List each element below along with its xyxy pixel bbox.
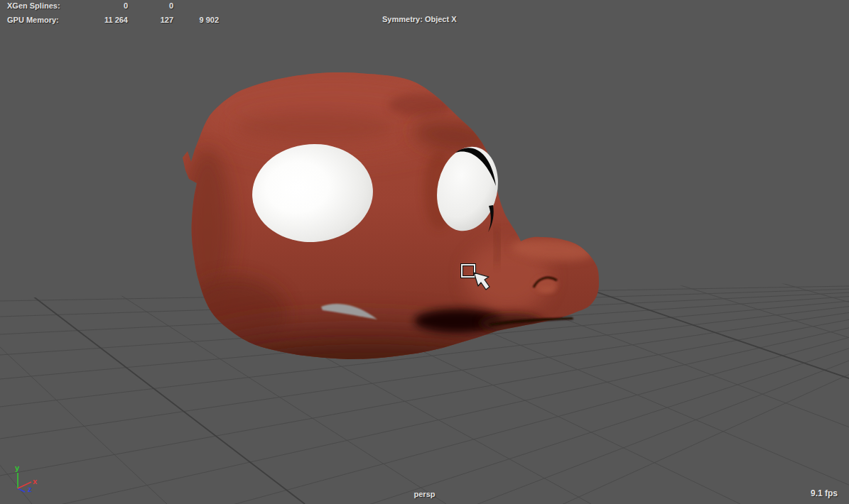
viewport-3d[interactable]: z y x XGen Splines: 0 0 GPU Memory: 11 2… bbox=[0, 0, 849, 504]
fps-counter: 9.1 fps bbox=[811, 489, 838, 498]
model-creature-head[interactable] bbox=[181, 67, 599, 389]
hud-symmetry-label: Symmetry: Object X bbox=[382, 15, 457, 23]
hud-xgen-value-2: 0 bbox=[102, 1, 173, 10]
axis-gizmo: z y x bbox=[15, 464, 38, 493]
axis-x-label: x bbox=[33, 477, 38, 486]
model-nostril bbox=[534, 277, 558, 292]
scene-canvas[interactable]: z y x bbox=[0, 0, 849, 504]
camera-name-label: persp bbox=[0, 490, 849, 498]
axis-y-label: y bbox=[15, 464, 20, 472]
hud-gpu-value-3: 9 902 bbox=[148, 16, 219, 24]
